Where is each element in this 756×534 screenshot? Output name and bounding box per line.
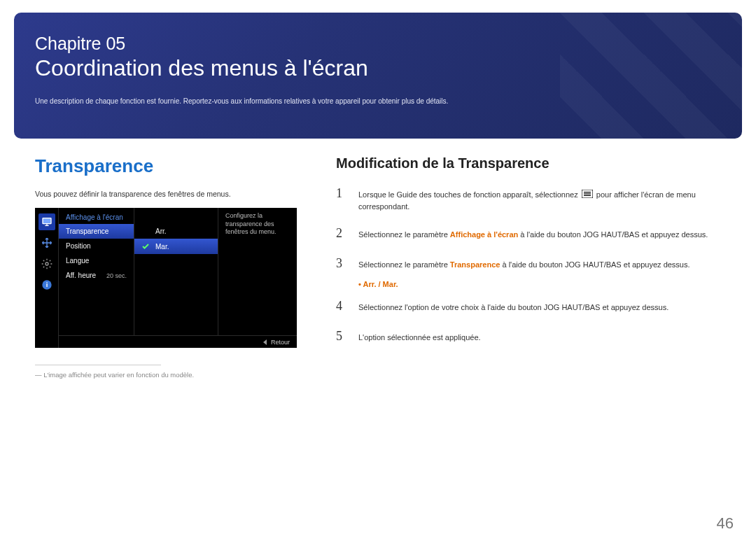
svg-rect-0: [43, 218, 51, 224]
chapter-title: Coordination des menus à l'écran: [35, 55, 721, 81]
step-text: L'option sélectionnée est appliquée.: [358, 332, 721, 344]
step-5: 5 L'option sélectionnée est appliquée.: [336, 327, 721, 346]
osd-value-arr: Arr.: [134, 223, 218, 239]
step-number: 5: [336, 327, 347, 346]
step-text: Sélectionnez le paramètre Transparence à…: [358, 259, 721, 271]
step-3: 3 Sélectionnez le paramètre Transparence…: [336, 254, 721, 273]
step-text-part: Lorsque le Guide des touches de fonction…: [358, 190, 580, 199]
gear-icon: [38, 255, 55, 272]
step-text: Sélectionnez l'option de votre choix à l…: [358, 302, 721, 314]
svg-point-1: [46, 262, 48, 265]
footnote-text: ― L'image affichée peut varier en foncti…: [35, 371, 308, 379]
chapter-description: Une description de chaque fonction est f…: [35, 97, 721, 106]
right-column: Modification de la Transparence 1 Lorsqu…: [336, 155, 735, 379]
osd-item-transparence: Transparence: [59, 224, 134, 239]
step-text: Sélectionnez le paramètre Affichage à l'…: [358, 229, 721, 241]
step-text: Lorsque le Guide des touches de fonction…: [358, 189, 721, 213]
osd-item-position: Position: [59, 239, 134, 253]
step-text-part: Sélectionnez le paramètre: [358, 260, 450, 269]
osd-item-langue: Langue: [59, 253, 134, 268]
osd-description-column: Configurez la transparence des fenêtres …: [218, 208, 297, 335]
footnote-divider: [35, 365, 161, 365]
osd-menu-column: Affichage à l'écran Transparence Positio…: [59, 208, 134, 335]
bullet-text: • Arr. / Mar.: [358, 280, 398, 288]
osd-item-label: Transparence: [66, 227, 108, 235]
unchecked-icon: [141, 227, 150, 235]
step-number: 2: [336, 224, 347, 243]
svg-text:i: i: [46, 281, 48, 288]
osd-title: Affichage à l'écran: [59, 208, 134, 224]
step-4: 4 Sélectionnez l'option de votre choix à…: [336, 297, 721, 316]
step-highlight: Affichage à l'écran: [450, 230, 518, 239]
osd-main: Affichage à l'écran Transparence Positio…: [59, 208, 297, 335]
svg-rect-7: [584, 195, 591, 196]
section-heading-modification: Modification de la Transparence: [336, 155, 721, 171]
osd-value-column: Arr. Mar.: [134, 208, 218, 335]
osd-value-label: Arr.: [155, 227, 167, 235]
intro-text: Vous pouvez définir la transparence des …: [35, 190, 308, 198]
info-icon: i: [38, 276, 55, 293]
osd-icon-rail: i: [35, 208, 59, 348]
svg-rect-6: [584, 193, 591, 194]
step-highlight: Transparence: [450, 260, 500, 269]
osd-item-label: Position: [66, 242, 91, 250]
page: Chapitre 05 Coordination des menus à l'é…: [0, 13, 756, 534]
osd-footer: Retour: [59, 335, 297, 348]
monitor-icon: [38, 213, 55, 230]
osd-item-label: Aff. heure: [66, 272, 96, 279]
menu-icon: [582, 190, 593, 202]
osd-value-label: Mar.: [155, 243, 169, 251]
osd-item-value: 20 sec.: [106, 272, 127, 279]
chapter-number: Chapitre 05: [35, 34, 721, 54]
osd-footer-label: Retour: [271, 339, 290, 346]
step-1: 1 Lorsque le Guide des touches de foncti…: [336, 184, 721, 213]
banner-inner: Chapitre 05 Coordination des menus à l'é…: [14, 13, 742, 118]
osd-item-label: Langue: [66, 257, 89, 265]
section-heading-transparence: Transparence: [35, 155, 308, 177]
step-number: 1: [336, 184, 347, 203]
step-number: 3: [336, 254, 347, 273]
step-text-part: à l'aide du bouton JOG HAUT/BAS et appuy…: [518, 230, 708, 239]
content-area: Transparence Vous pouvez définir la tran…: [0, 139, 756, 379]
step-number: 4: [336, 297, 347, 316]
chapter-banner: Chapitre 05 Coordination des menus à l'é…: [14, 13, 742, 139]
move-icon: [38, 234, 55, 251]
back-arrow-icon: [263, 339, 267, 345]
left-column: Transparence Vous pouvez définir la tran…: [35, 155, 308, 379]
page-number: 46: [717, 514, 734, 533]
step-text-part: à l'aide du bouton JOG HAUT/BAS et appuy…: [500, 260, 690, 269]
osd-screenshot: i Affichage à l'écran Transparence Posit…: [35, 208, 297, 348]
steps-list: 1 Lorsque le Guide des touches de foncti…: [336, 184, 721, 346]
osd-value-mar: Mar.: [134, 239, 218, 254]
step-2: 2 Sélectionnez le paramètre Affichage à …: [336, 224, 721, 243]
step-text-part: Sélectionnez le paramètre: [358, 230, 450, 239]
svg-rect-5: [584, 192, 591, 192]
osd-item-affheure: Aff. heure20 sec.: [59, 268, 134, 283]
check-icon: [141, 242, 150, 251]
bullet-options: • Arr. / Mar.: [358, 280, 721, 288]
